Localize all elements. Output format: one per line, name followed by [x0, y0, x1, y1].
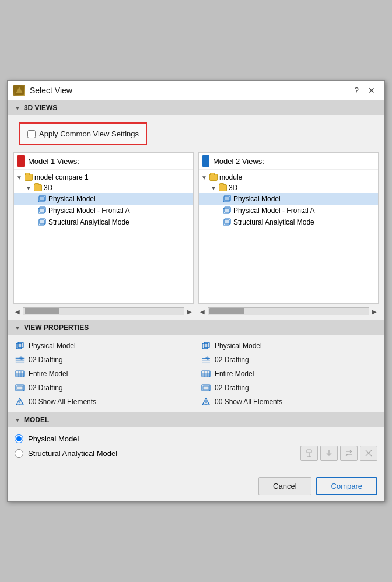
svg-rect-44: [307, 450, 312, 453]
arrow-down-button[interactable]: [320, 446, 338, 461]
apply-settings-wrapper: Apply Common View Settings: [8, 115, 384, 152]
scrollbar-track[interactable]: [23, 307, 184, 315]
view-props-label: VIEW PROPERTIES: [24, 324, 89, 332]
tree-item-label: 3D: [44, 184, 52, 192]
model-tool-buttons: [300, 446, 377, 461]
svg-rect-34: [202, 371, 210, 377]
pin-button[interactable]: [300, 446, 318, 461]
rect-view-icon: [15, 383, 25, 393]
cancel-button[interactable]: Cancel: [258, 477, 311, 495]
tree-item-label: Structural Analytical Mode: [48, 218, 130, 226]
vp-item-label: 02 Drafting: [215, 384, 249, 392]
model1-tree: ▼ model compare 1 ▼ 3D: [14, 170, 193, 230]
cube-icon: [201, 341, 211, 351]
model2-tree: ▼ module ▼ 3D: [199, 170, 378, 230]
tree-item[interactable]: Physical Model - Frontal A: [199, 205, 378, 216]
cube-icon: [37, 194, 47, 204]
svg-rect-11: [225, 207, 230, 212]
tree-item[interactable]: Physical Model: [199, 193, 378, 205]
cube-icon: [15, 341, 25, 351]
help-button[interactable]: ?: [351, 85, 362, 96]
radio-structural-row: Structural Analytical Model: [15, 446, 377, 461]
folder-icon: [24, 174, 33, 181]
svg-rect-18: [16, 362, 24, 363]
svg-rect-17: [16, 360, 24, 361]
view-props-right: Physical Model 02 Drafting: [201, 339, 377, 409]
scroll-right-icon[interactable]: ▶: [370, 308, 379, 315]
model2-scrollbar[interactable]: ◀ ▶: [198, 307, 379, 315]
chevron-icon: ▼: [16, 174, 22, 181]
vp-item-label: 02 Drafting: [215, 356, 249, 364]
apply-settings-checkbox[interactable]: [27, 130, 36, 138]
scroll-left-icon[interactable]: ◀: [198, 308, 206, 315]
view-props-chevron: ▼: [15, 325, 20, 331]
tree-item[interactable]: ▼ model compare 1: [14, 172, 193, 183]
close-button[interactable]: ✕: [365, 85, 379, 96]
vp-item: Entire Model: [15, 367, 191, 381]
svg-point-28: [19, 404, 20, 405]
svg-rect-19: [16, 371, 24, 377]
show-all-icon: [15, 397, 25, 407]
vp-item: 00 Show All Elements: [15, 395, 191, 409]
model-section-label: MODEL: [24, 416, 49, 424]
rect-view-icon: [201, 383, 211, 393]
cube-icon: [37, 218, 47, 227]
scrollbar-track[interactable]: [208, 307, 369, 315]
views-section-label: 3D VIEWS: [24, 104, 57, 112]
tree-item[interactable]: Physical Model - Frontal A: [14, 205, 193, 216]
svg-rect-15: [18, 342, 23, 348]
radio-physical-label: Physical Model: [28, 434, 79, 443]
vp-item: 02 Drafting: [201, 353, 377, 367]
radio-structural-model[interactable]: [15, 449, 23, 458]
title-bar-controls: ? ✕: [351, 85, 379, 96]
swap-button[interactable]: [340, 446, 358, 461]
view-properties-content: Physical Model 02 Drafting: [8, 335, 384, 412]
tree-item[interactable]: ▼ 3D: [14, 183, 193, 193]
radio-physical-model[interactable]: [15, 434, 23, 443]
drafting-icon: [15, 355, 25, 365]
svg-rect-30: [204, 342, 209, 348]
tree-item-label: Physical Model - Frontal A: [233, 206, 314, 215]
scroll-left-icon[interactable]: ◀: [13, 308, 22, 315]
model1-color-bar: [18, 155, 24, 167]
vp-item-label: Physical Model: [29, 342, 76, 350]
chevron-icon: ▼: [201, 174, 207, 181]
svg-rect-33: [202, 362, 210, 363]
cube-icon: [37, 206, 47, 215]
model2-header: Model 2 Views:: [199, 153, 378, 170]
vp-item-label: 02 Drafting: [29, 356, 63, 364]
vp-item-label: Entire Model: [215, 370, 254, 378]
vp-item: 02 Drafting: [201, 381, 377, 395]
model-chevron: ▼: [15, 417, 20, 423]
tree-item[interactable]: Structural Analytical Mode: [14, 216, 193, 228]
tree-item[interactable]: Structural Analytical Mode: [199, 216, 378, 228]
vp-item: 00 Show All Elements: [201, 395, 377, 409]
vp-item: 02 Drafting: [15, 381, 191, 395]
scrollbar-thumb: [24, 308, 60, 314]
folder-icon: [219, 184, 227, 191]
compare-button[interactable]: Compare: [316, 477, 377, 495]
tree-item[interactable]: Physical Model: [14, 193, 193, 205]
svg-rect-5: [40, 207, 46, 212]
tree-item[interactable]: ▼ 3D: [199, 183, 378, 193]
svg-rect-3: [40, 195, 46, 201]
scroll-right-icon[interactable]: ▶: [186, 308, 194, 315]
vp-item-label: 00 Show All Elements: [215, 398, 282, 406]
tree-item[interactable]: ▼ module: [199, 172, 378, 183]
show-all-icon: [201, 397, 211, 407]
entire-model-icon: [15, 369, 25, 379]
radio-structural-label: Structural Analytical Model: [28, 449, 117, 458]
view-props-left: Physical Model 02 Drafting: [15, 339, 191, 409]
dialog-body: ▼ 3D VIEWS Apply Common View Settings Mo…: [8, 100, 384, 501]
footer: Cancel Compare: [8, 471, 384, 501]
diagonal-button[interactable]: [360, 446, 377, 461]
model1-scrollbar[interactable]: ◀ ▶: [13, 307, 194, 315]
vp-item: Entire Model: [201, 367, 377, 381]
vp-item: Physical Model: [15, 339, 191, 353]
vp-item-label: 02 Drafting: [29, 384, 63, 392]
entire-model-icon: [201, 369, 211, 379]
model2-label: Model 2 Views:: [213, 157, 264, 166]
radio-item-structural: Structural Analytical Model: [15, 447, 117, 460]
chevron-icon: ▼: [26, 185, 32, 191]
view-props-grid: Physical Model 02 Drafting: [15, 339, 377, 409]
